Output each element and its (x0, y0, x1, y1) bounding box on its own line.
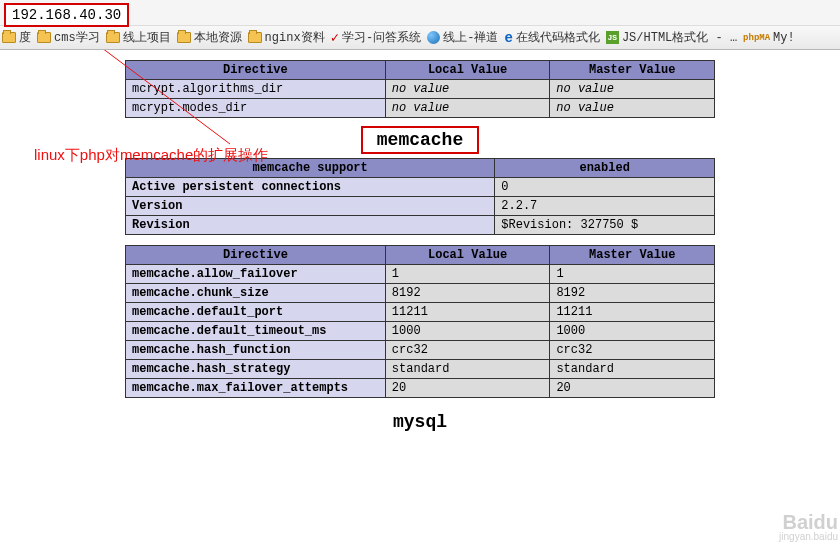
memcache-support-table: memcache support enabled Active persiste… (125, 158, 715, 235)
address-bar: 192.168.40.30 (0, 0, 840, 26)
directive-cell: memcache.hash_strategy (126, 360, 386, 379)
bookmark-label: 度 (19, 29, 31, 46)
key-cell: Active persistent connections (126, 178, 495, 197)
folder-icon (177, 32, 191, 43)
directive-cell: memcache.default_port (126, 303, 386, 322)
directive-cell: mcrypt.algorithms_dir (126, 80, 386, 99)
local-value-cell: standard (385, 360, 550, 379)
table-row: mcrypt.modes_dirno valueno value (126, 99, 715, 118)
watermark: Baidu jingyan.baidu (779, 512, 838, 542)
value-cell: 0 (495, 178, 715, 197)
table-row: memcache.max_failover_attempts2020 (126, 379, 715, 398)
folder-icon (37, 32, 51, 43)
section-mysql-label: mysql (393, 412, 447, 432)
local-value-cell: crc32 (385, 341, 550, 360)
directive-cell: mcrypt.modes_dir (126, 99, 386, 118)
directive-cell: memcache.default_timeout_ms (126, 322, 386, 341)
bookmark-item[interactable]: ✓学习-问答系统 (331, 29, 422, 46)
local-value-cell: 20 (385, 379, 550, 398)
js-icon: JS (606, 31, 619, 44)
bookmark-label: nginx资料 (265, 29, 325, 46)
table-row: memcache.allow_failover11 (126, 265, 715, 284)
master-value-cell: no value (550, 80, 715, 99)
key-cell: Version (126, 197, 495, 216)
address-input[interactable]: 192.168.40.30 (4, 3, 129, 27)
table-row: memcache.default_port1121111211 (126, 303, 715, 322)
phpmyadmin-icon: phpMA (743, 33, 770, 43)
bookmark-label: cms学习 (54, 29, 100, 46)
local-value-cell: 1 (385, 265, 550, 284)
table-row: memcache.hash_strategystandardstandard (126, 360, 715, 379)
bookmark-label: 在线代码格式化 (516, 29, 600, 46)
local-value-cell: 1000 (385, 322, 550, 341)
check-icon: ✓ (331, 29, 339, 46)
globe-icon (427, 31, 440, 44)
master-value-cell: 1000 (550, 322, 715, 341)
bookmark-item[interactable]: phpMAMy! (743, 31, 795, 45)
bookmark-item[interactable]: JSJS/HTML格式化 - … (606, 29, 737, 46)
col-master-value: Master Value (550, 61, 715, 80)
folder-icon (248, 32, 262, 43)
bookmark-label: 线上-禅道 (443, 29, 498, 46)
bookmark-item[interactable]: 度 (2, 29, 31, 46)
value-cell: 2.2.7 (495, 197, 715, 216)
master-value-cell: crc32 (550, 341, 715, 360)
directive-cell: memcache.chunk_size (126, 284, 386, 303)
table-row: Version2.2.7 (126, 197, 715, 216)
section-memcache-label: memcache (361, 126, 479, 154)
bookmark-item[interactable]: nginx资料 (248, 29, 325, 46)
bookmarks-bar: 度cms学习线上项目本地资源nginx资料✓学习-问答系统线上-禅道e在线代码格… (0, 26, 840, 50)
table-row: memcache.chunk_size81928192 (126, 284, 715, 303)
master-value-cell: 11211 (550, 303, 715, 322)
bookmark-item[interactable]: 线上项目 (106, 29, 171, 46)
bookmark-item[interactable]: cms学习 (37, 29, 100, 46)
master-value-cell: 8192 (550, 284, 715, 303)
browser-icon: e (504, 30, 512, 46)
bookmark-label: 本地资源 (194, 29, 242, 46)
table-row: memcache.default_timeout_ms10001000 (126, 322, 715, 341)
directive-cell: memcache.max_failover_attempts (126, 379, 386, 398)
master-value-cell: no value (550, 99, 715, 118)
local-value-cell: no value (385, 80, 550, 99)
table-row: mcrypt.algorithms_dirno valueno value (126, 80, 715, 99)
section-mysql-title: mysql (0, 412, 840, 432)
watermark-small: jingyan.baidu (779, 532, 838, 542)
page-content: linux下php对memcache的扩展操作 Directive Local … (0, 50, 840, 432)
master-value-cell: 1 (550, 265, 715, 284)
key-cell: Revision (126, 216, 495, 235)
folder-icon (2, 32, 16, 43)
bookmark-label: 学习-问答系统 (342, 29, 421, 46)
table-row: memcache.hash_functioncrc32crc32 (126, 341, 715, 360)
master-value-cell: standard (550, 360, 715, 379)
value-cell: $Revision: 327750 $ (495, 216, 715, 235)
bookmark-item[interactable]: 本地资源 (177, 29, 242, 46)
col-local-value: Local Value (385, 61, 550, 80)
col-master-value: Master Value (550, 246, 715, 265)
col-directive: Directive (126, 61, 386, 80)
local-value-cell: 11211 (385, 303, 550, 322)
table-row: Revision$Revision: 327750 $ (126, 216, 715, 235)
annotation-text: linux下php对memcache的扩展操作 (34, 146, 268, 165)
col-local-value: Local Value (385, 246, 550, 265)
master-value-cell: 20 (550, 379, 715, 398)
bookmark-label: 线上项目 (123, 29, 171, 46)
bookmark-label: JS/HTML格式化 - … (622, 29, 737, 46)
memcache-directives-table: Directive Local Value Master Value memca… (125, 245, 715, 398)
watermark-big: Baidu (782, 511, 838, 533)
col-directive: Directive (126, 246, 386, 265)
directive-cell: memcache.hash_function (126, 341, 386, 360)
mcrypt-table: Directive Local Value Master Value mcryp… (125, 60, 715, 118)
local-value-cell: 8192 (385, 284, 550, 303)
bookmark-item[interactable]: 线上-禅道 (427, 29, 498, 46)
col-enabled: enabled (495, 159, 715, 178)
bookmark-item[interactable]: e在线代码格式化 (504, 29, 599, 46)
local-value-cell: no value (385, 99, 550, 118)
directive-cell: memcache.allow_failover (126, 265, 386, 284)
table-row: Active persistent connections0 (126, 178, 715, 197)
folder-icon (106, 32, 120, 43)
bookmark-label: My! (773, 31, 795, 45)
